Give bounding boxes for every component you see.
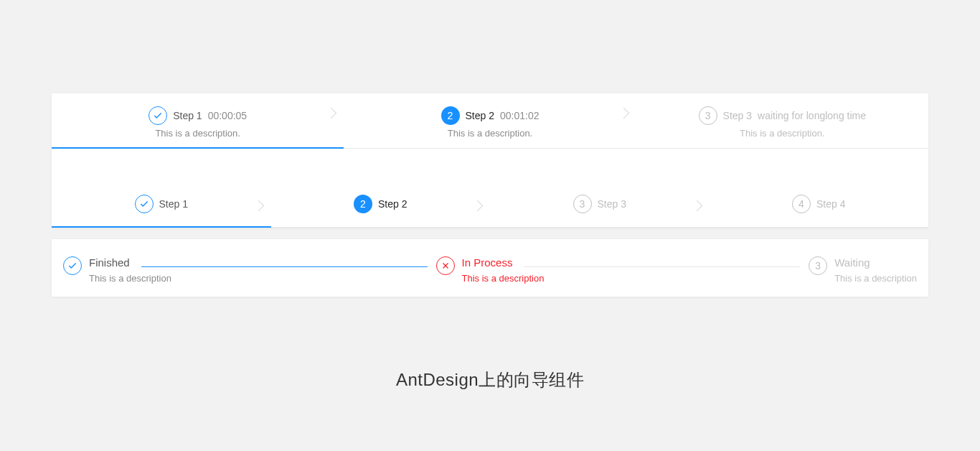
step-connector xyxy=(141,266,428,267)
step-number-icon: 4 xyxy=(792,195,811,213)
step-subtitle: 00:01:02 xyxy=(500,110,540,121)
step-content: Waiting This is a description xyxy=(834,256,917,284)
nav-step-b-2[interactable]: 2 Step 2 xyxy=(271,186,491,228)
step-title: In Process xyxy=(462,256,513,269)
step-title: Step 2 xyxy=(466,110,494,121)
check-icon xyxy=(149,106,167,125)
default-steps: Finished This is a description In Proces… xyxy=(52,239,928,297)
step-subtitle: waiting for longlong time xyxy=(758,110,866,121)
default-step-3[interactable]: 3 Waiting This is a description xyxy=(809,256,917,284)
nav-step-head: 2 Step 2 xyxy=(280,195,482,213)
step-title: Step 3 xyxy=(723,110,752,121)
nav-step-a-2[interactable]: 2 Step 2 00:01:02 This is a description. xyxy=(344,93,636,149)
step-number: 2 xyxy=(448,110,453,121)
step-number-icon: 3 xyxy=(699,106,717,125)
steps-card-2: Finished This is a description In Proces… xyxy=(52,239,928,297)
nav-step-head: 2 Step 2 00:01:02 xyxy=(352,106,627,125)
close-icon xyxy=(436,256,455,275)
check-icon xyxy=(135,195,154,213)
nav-step-head: Step 1 xyxy=(60,195,263,213)
default-step-1[interactable]: Finished This is a description xyxy=(63,256,436,284)
nav-step-b-3[interactable]: 3 Step 3 xyxy=(490,186,710,228)
step-title: Step 1 xyxy=(173,110,202,121)
check-icon xyxy=(63,256,82,275)
step-number: 3 xyxy=(705,110,711,121)
nav-step-head: 3 Step 3 xyxy=(499,195,701,213)
step-title: Step 4 xyxy=(816,198,845,210)
step-desc: This is a description. xyxy=(60,128,335,147)
step-desc: This is a description xyxy=(89,273,436,284)
step-content: In Process This is a description xyxy=(462,256,809,284)
step-title: Step 1 xyxy=(159,198,188,210)
nav-step-head: 4 Step 4 xyxy=(718,195,920,213)
step-desc: This is a description xyxy=(462,273,809,284)
nav-step-b-1[interactable]: Step 1 xyxy=(52,186,271,228)
step-number: 3 xyxy=(580,198,585,210)
step-title: Step 3 xyxy=(598,198,626,210)
step-title: Finished xyxy=(89,256,130,269)
step-subtitle: 00:00:05 xyxy=(208,110,248,121)
nav-step-head: Step 1 00:00:05 xyxy=(60,106,335,125)
step-title: Step 2 xyxy=(378,198,407,210)
step-number-icon: 2 xyxy=(441,106,460,125)
step-content: Finished This is a description xyxy=(89,256,436,284)
step-title: Waiting xyxy=(834,256,917,269)
step-number-icon: 3 xyxy=(809,256,827,275)
step-number-icon: 2 xyxy=(354,195,372,213)
nav-steps-b: Step 1 2 Step 2 3 Step 3 xyxy=(52,149,928,228)
figure-caption: AntDesign上的向导组件 xyxy=(0,368,980,391)
step-number: 3 xyxy=(815,260,821,271)
step-desc: This is a description xyxy=(834,273,917,284)
nav-step-b-4[interactable]: 4 Step 4 xyxy=(710,186,929,228)
nav-step-a-1[interactable]: Step 1 00:00:05 This is a description. xyxy=(52,93,344,149)
step-number: 2 xyxy=(360,198,366,210)
default-step-2[interactable]: In Process This is a description xyxy=(436,256,809,284)
step-number-icon: 3 xyxy=(573,195,592,213)
steps-card-1: Step 1 00:00:05 This is a description. 2… xyxy=(52,93,928,228)
step-connector xyxy=(524,266,800,267)
step-desc: This is a description. xyxy=(352,128,627,147)
nav-step-a-3[interactable]: 3 Step 3 waiting for longlong time This … xyxy=(636,93,928,149)
step-number: 4 xyxy=(798,198,804,210)
nav-steps-a: Step 1 00:00:05 This is a description. 2… xyxy=(52,93,928,149)
step-desc: This is a description. xyxy=(645,128,920,147)
nav-step-head: 3 Step 3 waiting for longlong time xyxy=(645,106,920,125)
